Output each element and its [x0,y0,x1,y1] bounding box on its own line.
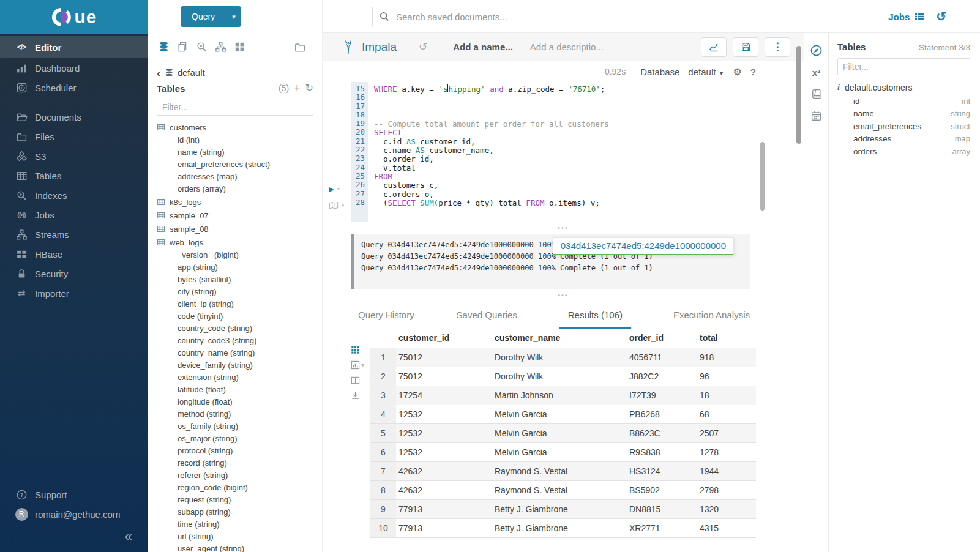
execute-button[interactable]: ▶ [329,185,334,194]
sidebar-item-user[interactable]: R romain@gethue.com [0,504,148,524]
tree-column[interactable]: record (string) [157,457,313,469]
right-column-id[interactable]: idint [837,95,970,108]
chart-button[interactable] [701,37,727,57]
table-row[interactable]: 412532Melvin GarciaPB626868 [370,405,756,424]
tree-column[interactable]: app (string) [157,261,313,274]
resize-handle-top[interactable]: ••• [323,222,804,234]
history-icon[interactable]: ↺ [936,9,946,24]
refresh-icon[interactable]: ↻ [305,83,313,93]
query-name-field[interactable]: Add a name... [453,42,513,52]
table-row[interactable]: 612532Melvin GarciaR9S8381278 [370,443,756,462]
tree-column[interactable]: subapp (string) [157,506,313,518]
tree-column[interactable]: client_ip (string) [157,298,313,310]
tree-column[interactable]: referer (string) [157,469,313,482]
resize-handle-bottom[interactable]: ••• [323,289,804,301]
tree-table-web_logs[interactable]: web_logs [157,236,313,249]
code-editor[interactable]: ▶ ▾ ▾ 1516171819202122232425262728 WHERE… [351,82,804,222]
sidebar-item-scheduler[interactable]: Scheduler [0,78,148,97]
tree-column[interactable]: id (int) [157,134,313,146]
sidebar-item-streams[interactable]: Streams [0,225,148,244]
table-row[interactable]: 977913Betty J. GiambroneDN88151320 [370,500,756,519]
hue-logo[interactable]: ue [51,7,97,28]
add-table-icon[interactable]: + [294,83,301,94]
download-icon[interactable] [351,391,370,400]
tree-column[interactable]: user_agent (string) [157,543,313,552]
tree-column[interactable]: os_major (string) [157,433,313,445]
query-dropdown-caret[interactable]: ▾ [226,6,241,27]
table-row[interactable]: 742632Raymond S. VestalHS31241944 [370,462,756,481]
sidebar-item-files[interactable]: Files [0,127,148,146]
tree-column[interactable]: _version_ (bigint) [157,249,313,261]
engine-name[interactable]: Impala [362,40,397,54]
tree-column[interactable]: addresses (map) [157,171,313,183]
functions-icon[interactable]: x² [812,67,820,78]
tables-filter-input[interactable] [157,99,313,116]
job-id-tooltip[interactable]: 034d413ec7474ed5:4249de1000000000 [553,237,734,255]
sidebar-item-support[interactable]: ? Support [0,485,148,504]
table-row[interactable]: 317254Martin JohnsonI72T3918 [370,386,756,405]
query-description-field[interactable]: Add a descriptio... [530,42,604,52]
execute-options-caret[interactable]: ▾ [337,185,340,193]
apps-grid-icon[interactable] [234,41,245,53]
table-row[interactable]: 275012Dorothy WilkJ882C296 [370,367,756,386]
tree-table-sample_07[interactable]: sample_07 [157,209,313,222]
main-scrollbar[interactable] [796,46,801,144]
columns-toggle-icon[interactable] [351,376,370,385]
tree-table-k8s_logs[interactable]: k8s_logs [157,195,313,209]
code-scrollbar[interactable] [760,142,765,211]
tree-column[interactable]: code (tinyint) [157,310,313,323]
right-column-name[interactable]: namestring [837,108,970,121]
tree-table-sample_08[interactable]: sample_08 [157,222,313,236]
right-filter-input[interactable] [837,58,970,75]
sidebar-item-documents[interactable]: Documents [0,107,148,127]
column-header[interactable]: customer_id [396,329,492,348]
tree-column[interactable]: name (string) [157,146,313,159]
right-column-addresses[interactable]: addressesmap [837,133,970,146]
minimap-caret[interactable]: ▾ [341,201,345,210]
tree-column[interactable]: os_family (string) [157,420,313,433]
sidebar-item-importer[interactable]: ⇄Importer [0,283,148,303]
assist-compass-icon[interactable] [810,44,823,57]
grid-view-icon[interactable] [351,345,370,354]
sidebar-item-jobs[interactable]: ((•))Jobs [0,205,148,225]
table-row[interactable]: 175012Dorothy Wilk4056711918 [370,348,756,367]
tree-column[interactable]: country_name (string) [157,347,313,359]
save-button[interactable] [733,37,758,57]
column-header[interactable]: customer_name [492,329,627,348]
settings-gear-icon[interactable]: ⚙ [733,66,741,78]
active-table-row[interactable]: i default.customers [837,83,970,92]
tab-execution-analysis[interactable]: Execution Analysis [673,310,750,327]
table-row[interactable]: 1077913Betty J. GiambroneXR27714315 [370,519,756,538]
tab-query-history[interactable]: Query History [358,310,414,327]
tree-column[interactable]: url (string) [157,531,313,543]
new-query-button[interactable]: Query ▾ [181,6,241,27]
column-header[interactable]: total [697,329,756,348]
sidebar-item-dashboard[interactable]: Dashboard [0,58,148,78]
right-column-orders[interactable]: ordersarray [837,145,970,158]
databases-icon[interactable] [158,41,170,53]
tree-column[interactable]: city (string) [157,286,313,298]
sidebar-item-tables[interactable]: Tables [0,166,148,185]
tree-column[interactable]: extension (string) [157,371,313,384]
chart-view-icon[interactable]: ▾ [351,360,370,370]
tree-column[interactable]: country_code (string) [157,323,313,335]
right-column-email_preferences[interactable]: email_preferencesstruct [837,120,970,133]
more-actions-button[interactable]: ⋮ [765,37,790,57]
sidebar-item-hbase[interactable]: HBase [0,244,148,264]
sidebar-item-s3[interactable]: S3 [0,146,148,166]
column-header[interactable]: order_id [627,329,697,348]
tree-column[interactable]: latitude (float) [157,384,313,396]
minimap-icon[interactable] [329,201,339,210]
breadcrumb-database[interactable]: default [178,67,205,78]
sidebar-item-editor[interactable]: </>Editor [0,36,148,58]
tree-column[interactable]: orders (array) [157,183,313,195]
info-icon[interactable]: i [837,83,840,92]
sidebar-item-security[interactable]: Security [0,264,148,283]
search-documents-input[interactable] [372,7,739,26]
database-select[interactable]: default ▼ [688,67,724,77]
chart-view-caret[interactable]: ▾ [361,362,364,368]
tree-column[interactable]: time (string) [157,518,313,531]
table-row[interactable]: 842632Raymond S. VestalBS59022798 [370,481,756,500]
back-chevron-icon[interactable]: ‹ [157,69,161,77]
collapse-sidebar-icon[interactable]: « [125,530,132,543]
